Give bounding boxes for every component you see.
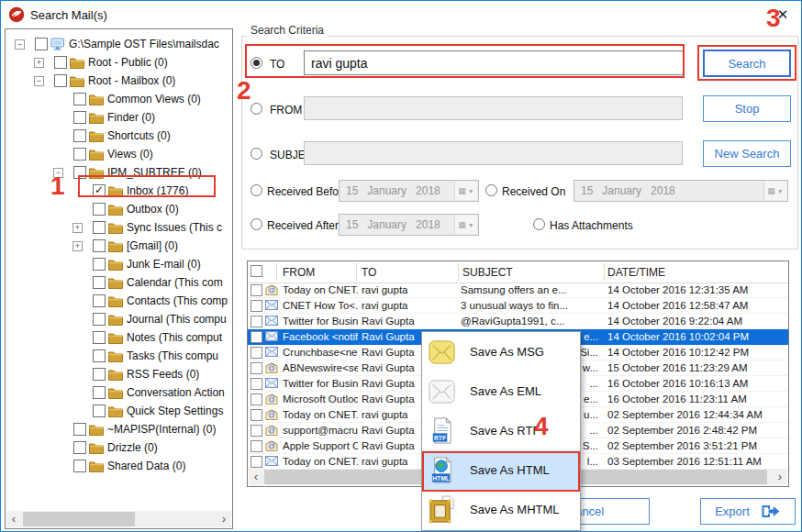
subject-radio[interactable] — [251, 148, 262, 160]
row-checkbox[interactable] — [251, 393, 262, 405]
column-header-to[interactable]: TO — [362, 266, 376, 279]
folder-icon — [108, 386, 123, 399]
tree-item[interactable]: Journal (This compu — [6, 310, 232, 328]
expand-icon[interactable]: + — [34, 58, 44, 68]
row-checkbox[interactable] — [251, 362, 262, 374]
tree-item-checkbox[interactable] — [73, 93, 86, 105]
column-header-subject[interactable]: SUBJECT — [462, 266, 513, 279]
tree-item[interactable]: Shortcuts (0) — [6, 127, 232, 145]
tree-item[interactable]: Drizzle (0) — [6, 438, 232, 457]
scroll-left-icon[interactable]: ‹ — [249, 469, 263, 485]
tree-item-label: Root - Public (0) — [88, 56, 168, 69]
tree-item[interactable]: Finder (0) — [6, 108, 232, 127]
column-header-from[interactable]: FROM — [283, 266, 315, 279]
tree-item[interactable]: Shared Data (0) — [6, 457, 232, 475]
expand-icon[interactable]: + — [72, 241, 83, 251]
table-row[interactable]: @Today on CNET...ravi guptaSamsung offer… — [248, 283, 788, 298]
tree-horizontal-scrollbar[interactable]: ‹ › — [6, 511, 231, 527]
tree-item-checkbox[interactable] — [54, 56, 67, 69]
collapse-icon[interactable]: − — [15, 39, 25, 50]
tree-item[interactable]: Quick Step Settings — [6, 402, 232, 420]
tree-item-checkbox[interactable] — [73, 460, 86, 472]
tree-item[interactable]: Conversation Action — [6, 383, 232, 402]
row-checkbox[interactable] — [251, 456, 262, 468]
row-checkbox[interactable] — [251, 378, 262, 390]
menu-item-save-as-rtf[interactable]: RTFSave As RTF — [422, 411, 580, 450]
tree-item[interactable]: Notes (This comput — [6, 328, 232, 347]
tree-item[interactable]: +Root - Public (0) — [6, 53, 232, 72]
computer-icon — [50, 38, 65, 50]
column-header-datetime[interactable]: DATE/TIME — [607, 266, 665, 279]
calendar-dropdown-icon[interactable]: ▦▼ — [763, 182, 786, 200]
tree-item[interactable]: Common Views (0) — [6, 90, 232, 108]
tree-item[interactable]: +Sync Issues (This c — [6, 218, 232, 237]
tree-item-checkbox[interactable] — [73, 441, 86, 454]
calendar-dropdown-icon[interactable]: ▦▼ — [454, 216, 477, 234]
tree-item[interactable]: Tasks (This compu — [6, 347, 232, 365]
tree-item[interactable]: Views (0) — [6, 145, 232, 163]
collapse-icon[interactable]: − — [34, 76, 44, 86]
tree-item[interactable]: RSS Feeds (0) — [6, 365, 232, 383]
export-button[interactable]: Export — [700, 498, 796, 525]
row-checkbox[interactable] — [251, 331, 262, 343]
tree-item-checkbox[interactable] — [93, 349, 106, 362]
row-checkbox[interactable] — [251, 347, 262, 359]
tree-item-checkbox[interactable] — [93, 221, 106, 234]
tree-item[interactable]: −Root - Mailbox (0) — [6, 72, 232, 90]
received-after-datepicker[interactable]: 15 January 2018 ▦▼ — [339, 214, 479, 236]
tree-item[interactable]: Calendar (This com — [6, 273, 232, 292]
menu-item-save-as-mhtml[interactable]: Save As MHTML — [422, 490, 580, 529]
tree-item-checkbox[interactable] — [93, 331, 106, 344]
calendar-dropdown-icon[interactable]: ▦▼ — [454, 182, 477, 200]
table-row[interactable]: Twitter for Busin...Ravi Gupta@RaviGupta… — [248, 314, 788, 329]
row-checkbox[interactable] — [251, 425, 262, 437]
tree-item-checkbox[interactable] — [73, 423, 86, 436]
tree-item-checkbox[interactable] — [73, 111, 86, 124]
received-on-radio[interactable] — [485, 184, 497, 196]
scroll-left-icon[interactable]: ‹ — [6, 511, 21, 527]
tree-item-checkbox[interactable] — [54, 74, 67, 87]
subject-input[interactable] — [304, 141, 683, 165]
select-all-checkbox[interactable] — [251, 265, 262, 278]
tree-scrollbar-thumb[interactable] — [23, 512, 135, 526]
received-before-datepicker[interactable]: 15 January 2018 ▦▼ — [339, 180, 479, 202]
row-checkbox[interactable] — [251, 409, 262, 421]
menu-item-save-as-msg[interactable]: Save As MSG — [422, 332, 580, 371]
tree-item-checkbox[interactable] — [35, 38, 48, 50]
tree-item-checkbox[interactable] — [93, 313, 106, 326]
stop-button[interactable]: Stop — [703, 95, 791, 122]
expand-icon[interactable]: + — [72, 223, 83, 233]
tree-item[interactable]: ~MAPISP(Internal) (0) — [6, 420, 232, 438]
row-checkbox[interactable] — [251, 300, 262, 312]
table-row[interactable]: CNET How To<...ravi gupta3 unusual ways … — [248, 298, 788, 314]
tree-item-checkbox[interactable] — [93, 276, 106, 289]
tree-item[interactable]: Contacts (This comp — [6, 292, 232, 310]
row-checkbox[interactable] — [251, 440, 262, 452]
row-checkbox[interactable] — [251, 284, 262, 296]
tree-item[interactable]: Junk E-mail (0) — [6, 255, 232, 273]
tree-item[interactable]: Outbox (0) — [6, 200, 232, 218]
tree-item-checkbox[interactable] — [93, 239, 106, 252]
tree-item-checkbox[interactable] — [93, 368, 106, 381]
tree-item-checkbox[interactable] — [73, 148, 86, 161]
from-input[interactable] — [304, 96, 683, 120]
from-radio[interactable] — [251, 103, 262, 115]
svg-text:@: @ — [268, 394, 276, 404]
menu-item-save-as-eml[interactable]: Save As EML — [422, 371, 580, 411]
tree-item-checkbox[interactable] — [73, 129, 86, 142]
new-search-button[interactable]: New Search — [703, 140, 791, 167]
received-on-datepicker[interactable]: 15 January 2018 ▦▼ — [574, 180, 788, 202]
tree-item-checkbox[interactable] — [93, 405, 106, 417]
tree-item-checkbox[interactable] — [93, 294, 106, 307]
tree-item-checkbox[interactable] — [93, 386, 106, 399]
received-after-radio[interactable] — [251, 218, 262, 230]
tree-item-checkbox[interactable] — [93, 203, 106, 216]
tree-item[interactable]: −G:\Sample OST Files\mailsdac — [6, 35, 232, 53]
received-before-radio[interactable] — [251, 184, 262, 196]
tree-item[interactable]: +[Gmail] (0) — [6, 237, 232, 255]
row-checkbox[interactable] — [251, 316, 262, 327]
tree-item-checkbox[interactable] — [93, 258, 106, 271]
has-attachments-radio[interactable] — [533, 218, 545, 230]
scroll-right-icon[interactable]: › — [217, 511, 231, 527]
scroll-right-icon[interactable]: › — [773, 469, 787, 485]
